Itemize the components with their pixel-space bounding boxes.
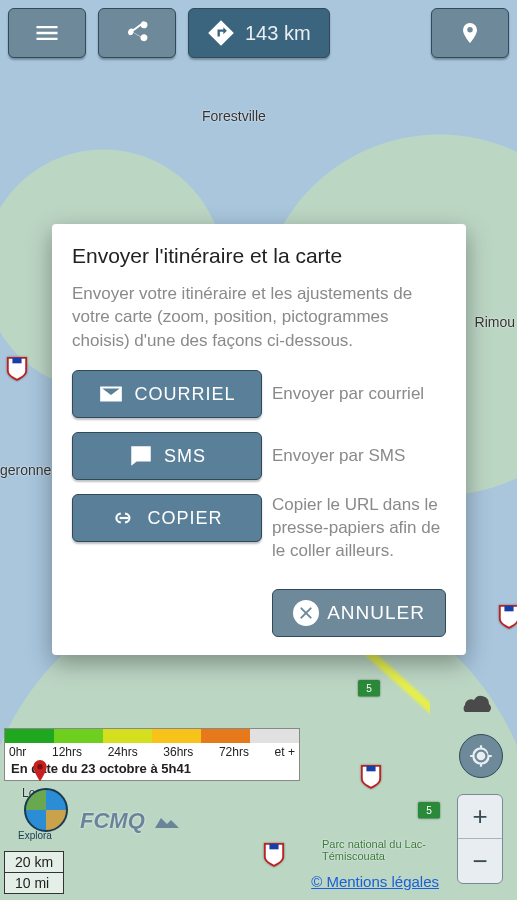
location-button[interactable] xyxy=(431,8,509,58)
send-sms-desc: Envoyer par SMS xyxy=(272,445,405,468)
share-icon xyxy=(123,19,151,47)
legal-link[interactable]: © Mentions légales xyxy=(311,873,439,890)
share-button[interactable] xyxy=(98,8,176,58)
pin-icon xyxy=(458,19,482,47)
send-email-desc: Envoyer par courriel xyxy=(272,383,424,406)
legend-tick: 0hr xyxy=(9,745,26,759)
copy-url-label: COPIER xyxy=(147,508,222,529)
trail-marker-icon: 5 xyxy=(418,802,440,828)
send-sms-button[interactable]: SMS xyxy=(72,432,262,480)
cancel-label: ANNULER xyxy=(327,602,425,624)
legend-gradient xyxy=(5,729,299,743)
legend-tick: 72hrs xyxy=(219,745,249,759)
copy-url-desc: Copier le URL dans le presse-papiers afi… xyxy=(272,494,446,563)
close-icon xyxy=(293,600,319,626)
zoom-control: + − xyxy=(457,794,503,884)
email-icon xyxy=(98,381,124,407)
send-sms-label: SMS xyxy=(164,446,206,467)
route-distance: 143 km xyxy=(245,22,311,45)
svg-text:5: 5 xyxy=(426,805,432,816)
share-dialog: Envoyer l'itinéraire et la carte Envoyer… xyxy=(52,224,466,655)
zoom-out-button[interactable]: − xyxy=(458,839,502,883)
zoom-in-button[interactable]: + xyxy=(458,795,502,839)
legend-tick: 12hrs xyxy=(52,745,82,759)
geolocate-button[interactable] xyxy=(459,734,503,778)
link-icon xyxy=(111,505,137,531)
cancel-button[interactable]: ANNULER xyxy=(272,589,446,637)
copy-url-button[interactable]: COPIER xyxy=(72,494,262,542)
send-email-label: COURRIEL xyxy=(134,384,235,405)
route-shield-icon xyxy=(263,842,285,868)
hamburger-icon xyxy=(33,19,61,47)
scale-mi: 10 mi xyxy=(5,872,64,893)
legend-tick: et + xyxy=(275,745,295,759)
dialog-title: Envoyer l'itinéraire et la carte xyxy=(72,244,446,268)
svg-point-4 xyxy=(37,764,42,769)
directions-button[interactable]: 143 km xyxy=(188,8,330,58)
city-rimouski: Rimou xyxy=(475,314,515,330)
via-explora-text: Explora xyxy=(18,830,52,841)
city-geronne: geronne xyxy=(0,462,51,478)
route-shield-icon xyxy=(360,764,382,790)
map-scale: 20 km 10 mi xyxy=(4,851,64,894)
legend-tick: 36hrs xyxy=(163,745,193,759)
menu-button[interactable] xyxy=(8,8,86,58)
directions-icon xyxy=(207,19,235,47)
weather-icon[interactable] xyxy=(459,688,499,720)
fcmq-logo: FCMQ xyxy=(80,808,193,834)
sms-icon xyxy=(128,443,154,469)
trail-marker-icon: 5 xyxy=(358,680,380,706)
city-forestville: Forestville xyxy=(202,108,266,124)
map-pin-red-icon xyxy=(28,760,52,784)
route-shield-icon xyxy=(498,604,517,630)
target-icon xyxy=(468,743,494,769)
legend-tick: 24hrs xyxy=(108,745,138,759)
scale-km: 20 km xyxy=(5,852,64,872)
parc-label: Parc national du Lac-Témiscouata xyxy=(322,838,442,862)
dialog-description: Envoyer votre itinéraire et les ajusteme… xyxy=(72,282,446,352)
svg-rect-5 xyxy=(120,517,129,519)
send-email-button[interactable]: COURRIEL xyxy=(72,370,262,418)
svg-text:5: 5 xyxy=(366,683,372,694)
via-explora-logo xyxy=(24,788,68,832)
route-shield-icon xyxy=(6,356,28,382)
